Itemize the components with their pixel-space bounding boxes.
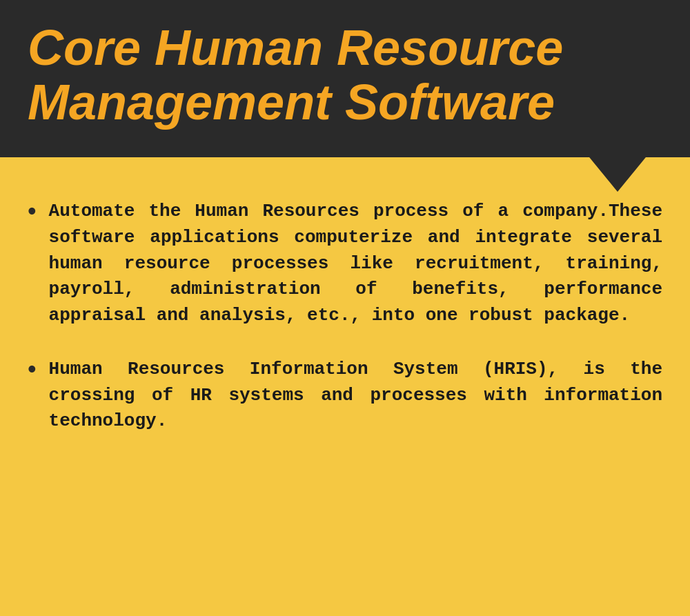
list-item: • Automate the Human Resources process o… <box>28 199 662 328</box>
content-section: • Automate the Human Resources process o… <box>0 157 690 490</box>
header-section: Core Human Resource Management Software <box>0 0 690 157</box>
arrow-down-icon <box>586 154 649 192</box>
bullet-dot-2: • <box>28 354 37 384</box>
bullet-list: • Automate the Human Resources process o… <box>28 199 662 435</box>
bullet-text-1: Automate the Human Resources process of … <box>49 199 662 328</box>
bullet-dot-1: • <box>28 196 37 226</box>
list-item: • Human Resources Information System (HR… <box>28 357 662 435</box>
bullet-text-2: Human Resources Information System (HRIS… <box>49 357 662 435</box>
title-line-2: Management Software <box>28 74 555 130</box>
title-line-1: Core Human Resource <box>28 20 563 75</box>
page-title: Core Human Resource Management Software <box>28 21 662 130</box>
